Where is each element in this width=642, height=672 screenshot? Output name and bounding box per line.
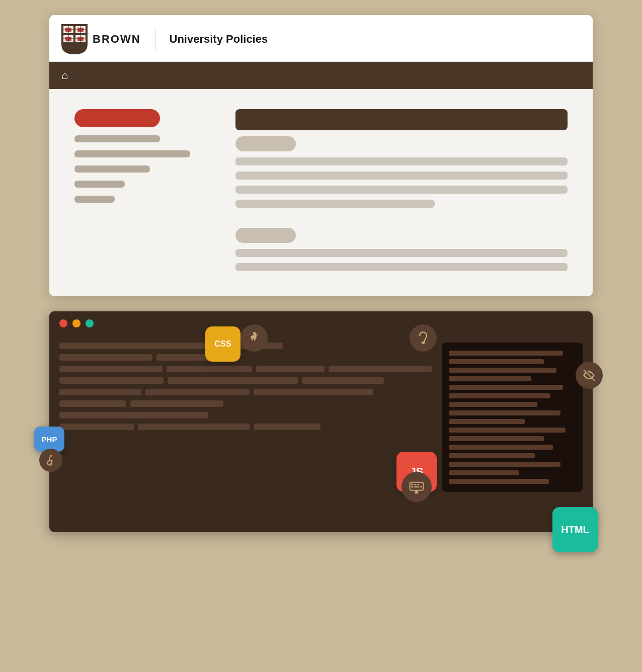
- svg-rect-24: [417, 484, 419, 485]
- svg-point-20: [50, 455, 52, 457]
- code-piece-3b: [168, 377, 298, 384]
- cr-line-9: [449, 419, 525, 424]
- code-piece-5a: [59, 400, 126, 407]
- svg-rect-22: [411, 484, 413, 485]
- sidebar-text-4: [74, 181, 125, 188]
- code-piece-7b: [138, 424, 250, 430]
- code-piece-2c: [256, 366, 325, 372]
- code-piece-1a: [59, 354, 152, 361]
- content-line-3: [235, 186, 568, 194]
- cr-line-3: [449, 368, 556, 373]
- content-line-1: [235, 157, 568, 165]
- svg-rect-23: [414, 484, 416, 485]
- code-right-panel: [442, 343, 583, 492]
- browser-header: BROWN University Policies: [49, 15, 593, 62]
- keyboard-icon: [409, 479, 425, 495]
- svg-rect-25: [411, 486, 413, 488]
- code-piece-4b: [145, 389, 250, 395]
- svg-rect-26: [414, 486, 419, 488]
- section-gap: [235, 214, 568, 222]
- cr-line-10: [449, 428, 566, 433]
- accessibility-person-icon: !: [247, 331, 261, 345]
- section-label-1: [235, 136, 296, 151]
- bottom-browser-window: CSS PHP JS HTML !: [49, 311, 593, 532]
- logo-text: BROWN: [93, 33, 141, 46]
- code-row-7: [59, 424, 432, 430]
- sidebar-text-2: [74, 150, 190, 157]
- svg-point-19: [422, 341, 424, 343]
- svg-rect-27: [420, 486, 422, 488]
- code-piece-2a: [59, 366, 163, 372]
- left-sidebar: [74, 109, 215, 271]
- php-badge[interactable]: PHP: [34, 427, 64, 452]
- section-label-2: [235, 228, 296, 243]
- keyboard-icon-badge[interactable]: [402, 472, 432, 502]
- main-content: [235, 109, 568, 271]
- wheelchair-icon: [44, 454, 57, 467]
- nav-bar[interactable]: ⌂: [49, 62, 593, 89]
- code-row-3: [59, 377, 432, 384]
- cr-line-8: [449, 410, 560, 415]
- dark-browser-header: [49, 311, 593, 332]
- cr-line-14: [449, 462, 560, 467]
- code-piece-2d: [329, 366, 432, 372]
- code-piece-3c: [302, 377, 384, 384]
- header-divider: [155, 28, 155, 50]
- wheelchair-icon-badge[interactable]: [39, 449, 62, 472]
- code-row-2: [59, 366, 432, 372]
- code-row-4: [59, 389, 432, 395]
- code-line-6: [59, 412, 208, 418]
- content-line-6: [235, 263, 568, 271]
- code-left-panel: [59, 343, 442, 492]
- hearing-icon-badge[interactable]: [410, 324, 437, 352]
- code-piece-5b: [130, 400, 223, 407]
- cr-line-4: [449, 376, 531, 381]
- code-piece-7c: [254, 424, 320, 430]
- page-title: University Policies: [170, 33, 268, 46]
- maximize-button[interactable]: [86, 319, 94, 327]
- cr-line-12: [449, 445, 553, 450]
- cr-line-6: [449, 393, 550, 398]
- page-body: [49, 89, 593, 296]
- cr-line-15: [449, 470, 519, 475]
- red-pill-button[interactable]: [74, 109, 160, 127]
- content-header-bar: [235, 109, 568, 130]
- sidebar-text-1: [74, 135, 160, 142]
- logo-area: BROWN: [61, 24, 141, 54]
- cr-line-1: [449, 351, 563, 356]
- html-badge[interactable]: HTML: [552, 507, 598, 552]
- cr-line-13: [449, 453, 535, 458]
- code-row-5: [59, 400, 432, 407]
- code-editor-area: [49, 332, 593, 502]
- cr-line-2: [449, 359, 544, 364]
- svg-point-17: [255, 335, 256, 336]
- code-piece-4a: [59, 389, 141, 395]
- accessibility-icon-badge[interactable]: !: [240, 324, 268, 352]
- sidebar-text-5: [74, 196, 115, 203]
- close-button[interactable]: [59, 319, 67, 327]
- code-piece-4c: [254, 389, 373, 395]
- content-line-2: [235, 172, 568, 180]
- hearing-icon: [416, 331, 430, 345]
- home-icon[interactable]: ⌂: [61, 69, 68, 82]
- svg-text:!: !: [257, 332, 258, 336]
- content-line-4: [235, 200, 435, 208]
- code-piece-7a: [59, 424, 134, 430]
- cr-line-5: [449, 385, 563, 390]
- brown-logo: [61, 24, 88, 54]
- cr-line-7: [449, 402, 537, 407]
- cr-line-11: [449, 436, 544, 441]
- hide-icon-badge[interactable]: [576, 362, 603, 389]
- code-piece-2b: [167, 366, 252, 372]
- top-browser-window: BROWN University Policies ⌂: [49, 15, 593, 296]
- css-badge[interactable]: CSS: [205, 326, 240, 362]
- content-line-5: [235, 249, 568, 257]
- cr-line-16: [449, 479, 549, 484]
- code-row-1: [59, 354, 432, 361]
- sidebar-text-3: [74, 165, 150, 173]
- eye-hide-icon: [582, 368, 596, 382]
- code-piece-3a: [59, 377, 164, 384]
- minimize-button[interactable]: [72, 319, 81, 327]
